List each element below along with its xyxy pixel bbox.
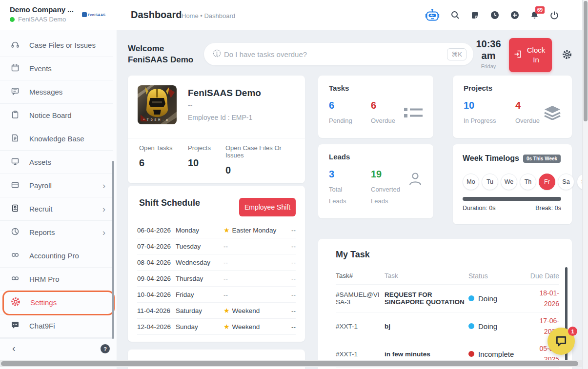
- time-history-icon[interactable]: [490, 11, 499, 19]
- search-icon[interactable]: [451, 11, 460, 19]
- logout-power-icon[interactable]: [550, 11, 559, 20]
- shift-row: 07-04-2026 Tuesday -- --: [137, 238, 296, 254]
- gear-icon: [11, 297, 20, 308]
- status-label: Doing: [478, 294, 497, 303]
- star-icon: ★: [223, 226, 230, 234]
- weekday-tu[interactable]: Tu: [482, 174, 498, 190]
- timelog-progress-bar: [463, 197, 561, 201]
- weekday-th[interactable]: Th: [520, 174, 536, 190]
- employee-shift-button[interactable]: Employee Shift: [239, 198, 296, 216]
- help-button[interactable]: ?: [101, 344, 110, 353]
- sidebar-item-label: Accounting Pro: [29, 252, 79, 260]
- employee-id: Employee Id : EMP-1: [188, 114, 252, 121]
- notes-icon[interactable]: [471, 11, 479, 19]
- notification-count-badge: 69: [535, 6, 545, 14]
- sidebar-item-hrm-pro[interactable]: HRM Pro: [0, 268, 113, 291]
- person-icon: [408, 172, 423, 188]
- week-total-badge: 0s This Week: [523, 155, 561, 163]
- layers-icon: [544, 105, 561, 122]
- tasks-summary-card[interactable]: Tasks 6 Pending 6 Overdue: [318, 76, 433, 138]
- notifications-bell-icon[interactable]: 69: [530, 11, 539, 19]
- status-dot-doing: [468, 323, 474, 329]
- breadcrumb[interactable]: Home • Dashboard: [182, 12, 235, 19]
- link-icon: [11, 274, 20, 284]
- status-label: Doing: [478, 322, 497, 330]
- sidebar-item-label: Notice Board: [29, 111, 72, 119]
- sidebar-item-recruit[interactable]: Recruit ›: [0, 197, 113, 221]
- sidebar-item-notice-board[interactable]: Notice Board: [0, 104, 113, 127]
- sidebar-item-payroll[interactable]: Payroll ›: [0, 174, 113, 197]
- company-name[interactable]: Demo Company ...: [10, 5, 74, 14]
- status-dot-doing: [468, 295, 474, 301]
- sidebar-item-accounting-pro[interactable]: Accounting Pro: [0, 244, 113, 268]
- sidebar: Demo Company ... FeniSAAS Demo FeniSAAS …: [0, 0, 117, 369]
- sidebar-item-reports[interactable]: Reports ›: [0, 221, 113, 244]
- logo-icon: [82, 12, 87, 17]
- app-logo: FeniSAAS: [82, 12, 105, 17]
- task-row[interactable]: #XXT-1 bj Doing 17-06-2025: [336, 312, 559, 340]
- col-task-number: Task#: [336, 272, 385, 279]
- dashboard-settings-gear-icon[interactable]: [562, 50, 572, 61]
- sidebar-item-settings[interactable]: Settings: [0, 291, 113, 314]
- weekday-fr-active[interactable]: Fr: [539, 174, 555, 190]
- search-input[interactable]: [224, 50, 444, 58]
- topbar-icons: 69: [425, 7, 559, 23]
- break-label: Break: 0s: [535, 205, 561, 212]
- chat-unread-badge: 1: [568, 327, 577, 336]
- shift-row: 10-04-2026 Friday -- --: [137, 287, 296, 303]
- profile-card: * T D E M - o FeniSAAS Demo -- Employee …: [128, 76, 305, 183]
- add-new-icon[interactable]: [510, 11, 519, 19]
- clipboard-icon: [11, 110, 20, 120]
- task-row[interactable]: #SAMUEL@VISA-3 REQUEST FOR SINGAPORE QUO…: [336, 285, 559, 312]
- current-time: 10:36 am Friday: [472, 38, 505, 69]
- sidebar-item-label: Assets: [29, 158, 51, 166]
- svg-text:* T D E M - o: * T D E M - o: [143, 118, 168, 122]
- ai-assistant-robot-icon[interactable]: [425, 8, 440, 22]
- time-day: Friday: [472, 63, 505, 69]
- leads-card-title: Leads: [329, 153, 423, 161]
- my-task-title: My Task: [336, 250, 370, 260]
- sidebar-item-label: Chat9Fi: [29, 322, 55, 330]
- vertical-scrollbar-track[interactable]: [582, 0, 588, 369]
- sidebar-scrollbar[interactable]: [112, 161, 114, 339]
- projects-summary-card[interactable]: Projects 10 In Progress 4 Overdue: [453, 76, 572, 138]
- weekday-sa[interactable]: Sa: [558, 174, 574, 190]
- weekday-mo[interactable]: Mo: [463, 174, 479, 190]
- sidebar-item-label: Messages: [29, 88, 62, 96]
- collapse-sidebar-button[interactable]: ‹: [12, 343, 16, 354]
- chat-icon: [11, 321, 20, 331]
- weekday-we[interactable]: We: [501, 174, 517, 190]
- sidebar-item-assets[interactable]: Assets: [0, 151, 113, 174]
- leads-summary-card[interactable]: Leads 3 TotalLeads 19 ConvertedLeads: [318, 144, 433, 218]
- wallet-icon: [11, 180, 20, 191]
- sidebar-menu: Case Files or Issues Events Messages Not…: [0, 34, 113, 338]
- sidebar-item-messages[interactable]: Messages: [0, 80, 113, 104]
- col-status: Status: [468, 272, 515, 280]
- sidebar-item-events[interactable]: Events: [0, 57, 113, 80]
- shift-row: 08-04-2026 Wednesday -- --: [137, 254, 296, 271]
- calendar-icon: [11, 63, 20, 74]
- horizontal-scrollbar-track[interactable]: [0, 360, 582, 367]
- sidebar-header: Demo Company ... FeniSAAS Demo FeniSAAS: [0, 0, 117, 30]
- sidebar-item-case-files[interactable]: Case Files or Issues: [0, 34, 113, 57]
- vertical-scrollbar-thumb[interactable]: [584, 1, 588, 121]
- shift-row: 11-04-2026 Saturday ★Weekend --: [137, 303, 296, 319]
- profile-stat-projects: Projects 10: [188, 144, 225, 176]
- leads-total-stat: 3 TotalLeads: [329, 169, 371, 207]
- profile-name: FeniSAAS Demo: [188, 88, 261, 98]
- sidebar-item-label: Knowledge Base: [29, 135, 84, 143]
- status-label: Incomplete: [478, 350, 514, 358]
- horizontal-scrollbar-thumb[interactable]: [1, 361, 578, 366]
- profile-stat-open-tasks: Open Tasks 6: [139, 144, 188, 176]
- task-list-icon: [404, 106, 423, 121]
- my-task-card: My Task Task# Task Status Due Date #SAMU…: [318, 239, 572, 369]
- chevron-right-icon: ›: [102, 228, 105, 237]
- online-status-dot: [10, 17, 15, 22]
- welcome-heading: Welcome FeniSAAS Demo: [128, 43, 206, 65]
- sidebar-item-knowledge-base[interactable]: Knowledge Base: [0, 127, 113, 151]
- clock-in-button[interactable]: Clock In: [509, 38, 552, 72]
- clock-in-label: Clock In: [525, 45, 547, 65]
- sidebar-item-chat9fi[interactable]: Chat9Fi: [0, 314, 113, 338]
- shift-schedule-card: Shift Schedule Employee Shift 06-04-2026…: [128, 186, 305, 342]
- monitor-icon: [11, 157, 20, 167]
